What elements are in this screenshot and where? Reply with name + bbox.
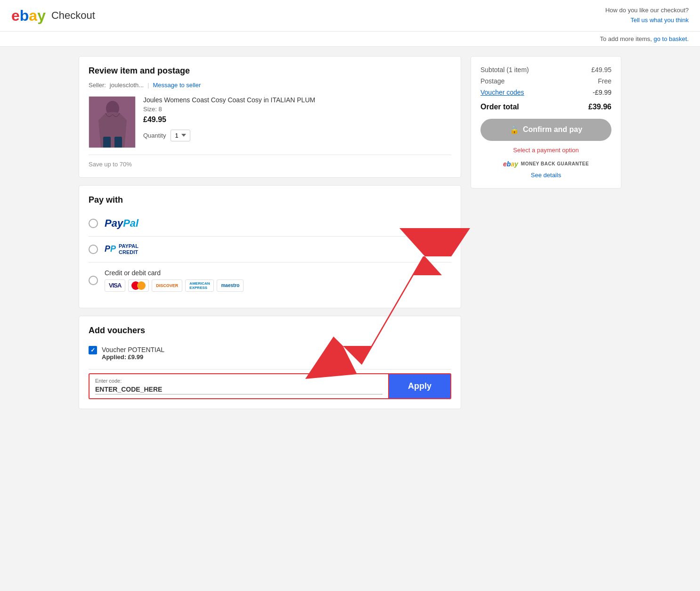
subtotal-row: Subtotal (1 item) £49.95 — [480, 66, 611, 74]
header-feedback: How do you like our checkout? Tell us wh… — [605, 6, 689, 25]
svg-rect-2 — [103, 137, 111, 148]
seller-name: joulescloth... — [110, 82, 144, 89]
paypal-credit-text: PayPalCREDIT — [119, 243, 138, 255]
basket-notice: To add more items, go to basket. — [0, 32, 700, 47]
item-image-inner — [89, 97, 135, 148]
item-details: Joules Womens Coast Cosy Coast Cosy in I… — [143, 96, 451, 149]
basket-link[interactable]: go to basket — [654, 35, 687, 42]
payment-title: Pay with — [89, 195, 451, 205]
postage-label: Postage — [480, 77, 505, 85]
ebay-logo: ebay — [11, 8, 46, 23]
voucher-code-label: Enter code: — [95, 378, 383, 384]
quantity-row: Quantity 1 2 3 — [143, 130, 451, 141]
seller-row: Seller: joulescloth... | Message to sell… — [89, 82, 451, 89]
voucher-name: Voucher POTENTIAL — [102, 346, 164, 353]
header-left: ebay Checkout — [11, 8, 95, 23]
voucher-info: Voucher POTENTIAL Applied: £9.99 — [102, 346, 164, 361]
money-back-text: MONEY BACK GUARANTEE — [521, 161, 589, 166]
card-label: Credit or debit card — [105, 269, 451, 277]
feedback-link[interactable]: Tell us what you think — [630, 16, 689, 24]
payment-card: Pay with PayPal PP — [79, 185, 461, 308]
message-seller-link[interactable]: Message to seller — [153, 82, 201, 89]
paypal-credit-content: PP PayPalCREDIT ∨ — [105, 243, 451, 255]
voucher-item: Voucher POTENTIAL Applied: £9.99 — [89, 341, 451, 365]
lock-icon: 🔒 — [510, 125, 519, 134]
quantity-select[interactable]: 1 2 3 — [171, 130, 190, 141]
total-row: Order total £39.96 — [480, 103, 611, 111]
discover-icon: DISCOVER — [152, 279, 182, 292]
voucher-discount-value: -£9.99 — [593, 89, 611, 96]
voucher-card: Add vouchers Voucher POTENTIAL Applied: … — [79, 316, 461, 409]
feedback-question: How do you like our checkout? — [605, 6, 689, 16]
header: ebay Checkout How do you like our checko… — [0, 0, 700, 32]
seller-label: Seller: — [89, 82, 106, 89]
item-name: Joules Womens Coast Cosy Coast Cosy in I… — [143, 96, 451, 104]
review-item-card: Review item and postage Seller: joulescl… — [79, 56, 461, 178]
maestro-icon: maestro — [217, 279, 244, 292]
subtotal-label: Subtotal (1 item) — [480, 66, 529, 74]
total-value: £39.96 — [588, 103, 611, 111]
voucher-divider — [89, 369, 451, 369]
money-back-row: ebay MONEY BACK GUARANTEE — [480, 160, 611, 168]
svg-rect-3 — [114, 137, 122, 148]
review-item-title: Review item and postage — [89, 66, 451, 76]
right-column: Subtotal (1 item) £49.95 Postage Free Vo… — [471, 56, 621, 189]
paypal-credit-option[interactable]: PP PayPalCREDIT ∨ — [89, 237, 451, 263]
paypal-radio[interactable] — [89, 219, 98, 228]
page-title: Checkout — [51, 9, 95, 22]
apply-button[interactable]: Apply — [388, 373, 451, 399]
logo-e: e — [11, 7, 20, 24]
voucher-code-input[interactable] — [95, 385, 383, 394]
logo-b: b — [20, 7, 29, 24]
paypal-option[interactable]: PayPal — [89, 211, 451, 237]
item-price: £49.95 — [143, 115, 451, 124]
confirm-pay-button[interactable]: 🔒 Confirm and pay — [480, 119, 611, 141]
item-image — [89, 96, 136, 148]
confirm-pay-label: Confirm and pay — [523, 125, 582, 134]
voucher-row: Voucher codes -£9.99 — [480, 89, 611, 96]
voucher-applied: Applied: £9.99 — [102, 353, 164, 361]
card-content: Credit or debit card VISA DISCOVER AMERI… — [105, 269, 451, 292]
voucher-checkbox[interactable] — [89, 346, 97, 354]
card-icons: VISA DISCOVER AMERICANEXPRESS maestro — [105, 279, 451, 292]
main-content: Review item and postage Seller: joulescl… — [67, 56, 633, 409]
pp-icon: PP — [105, 244, 116, 254]
item-size: Size: 8 — [143, 106, 451, 113]
see-details-link[interactable]: See details — [480, 172, 611, 179]
item-divider — [89, 155, 451, 155]
paypal-credit-radio[interactable] — [89, 245, 98, 254]
voucher-codes-link[interactable]: Voucher codes — [480, 89, 524, 96]
ebay-mbg-logo: ebay — [503, 160, 518, 168]
paypal-credit-logo: PP PayPalCREDIT — [105, 243, 138, 255]
left-column: Review item and postage Seller: joulescl… — [79, 56, 461, 409]
total-label: Order total — [480, 103, 519, 111]
subtotal-value: £49.95 — [591, 66, 611, 74]
mastercard-icon — [128, 279, 149, 292]
card-radio[interactable] — [89, 276, 98, 285]
save-text: Save up to 70% — [89, 161, 451, 168]
voucher-code-wrapper: Enter code: — [89, 373, 388, 399]
seller-divider: | — [147, 82, 149, 89]
order-summary: Subtotal (1 item) £49.95 Postage Free Vo… — [471, 56, 621, 189]
voucher-title: Add vouchers — [89, 326, 451, 336]
logo-a: a — [29, 7, 37, 24]
paypal-logo: PayPal — [105, 217, 138, 230]
logo-y: y — [37, 7, 46, 24]
card-option[interactable]: Credit or debit card VISA DISCOVER AMERI… — [89, 263, 451, 298]
chevron-down-icon: ∨ — [446, 245, 451, 254]
postage-row: Postage Free — [480, 77, 611, 85]
postage-value: Free — [598, 77, 611, 85]
visa-icon: VISA — [105, 279, 125, 292]
amex-icon: AMERICANEXPRESS — [185, 279, 214, 292]
voucher-input-row: Enter code: Apply — [89, 373, 451, 399]
item-row: Joules Womens Coast Cosy Coast Cosy in I… — [89, 96, 451, 149]
payment-required-text: Select a payment option — [480, 147, 611, 154]
paypal-content: PayPal — [105, 217, 451, 230]
quantity-label: Quantity — [143, 132, 166, 139]
